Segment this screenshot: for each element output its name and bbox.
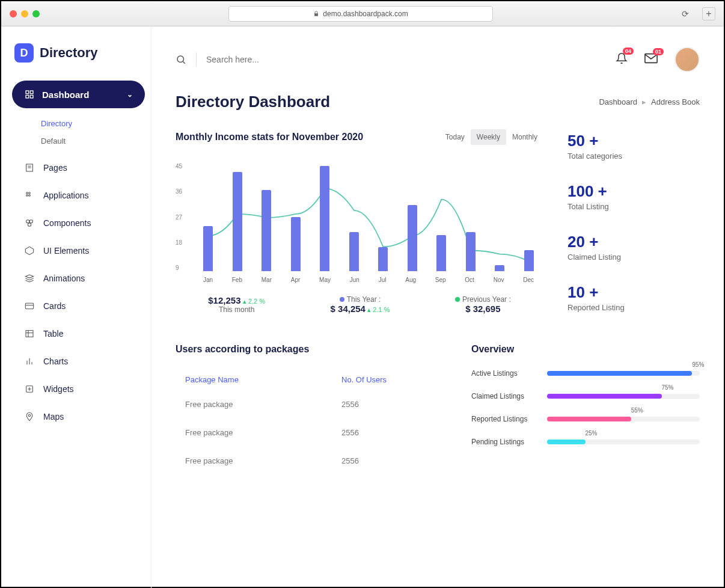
col-no-users: No. Of Users bbox=[341, 375, 426, 384]
svg-point-8 bbox=[29, 192, 31, 194]
sidebar-item-cards[interactable]: Cards bbox=[12, 292, 145, 320]
address-bar[interactable]: demo.dashboardpack.com bbox=[228, 6, 493, 22]
sidebar-submenu: Directory Default bbox=[12, 115, 145, 154]
legend-dot-prev-year bbox=[455, 297, 460, 302]
search-icon bbox=[176, 54, 186, 65]
legend-dot-this-year bbox=[340, 297, 344, 302]
x-tick: Oct bbox=[465, 277, 474, 283]
sidebar-item-label: Animations bbox=[43, 274, 85, 283]
bar-apr bbox=[291, 217, 301, 271]
stat-value: 50 + bbox=[567, 132, 700, 150]
chart-footer: $12,253 ▴ 2.2 % This month This Year : $… bbox=[176, 295, 543, 314]
svg-rect-1 bbox=[30, 91, 33, 94]
table-row[interactable]: Free package2556 bbox=[176, 390, 435, 418]
close-icon[interactable] bbox=[10, 10, 17, 17]
chart-title: Monthly Income stats for November 2020 bbox=[176, 132, 363, 142]
progress-pct: 75% bbox=[662, 384, 674, 391]
url-text: demo.dashboardpack.com bbox=[323, 10, 408, 18]
x-tick: Feb bbox=[232, 277, 242, 283]
x-tick: Jul bbox=[379, 277, 387, 283]
overview-label: Active Listings bbox=[471, 369, 537, 378]
crumb-dashboard[interactable]: Dashboard bbox=[599, 97, 637, 106]
notifications-button[interactable]: 04 bbox=[616, 52, 628, 67]
search-input[interactable] bbox=[206, 55, 326, 64]
sidebar-item-pages[interactable]: Pages bbox=[12, 154, 145, 182]
cell-users: 2556 bbox=[341, 428, 426, 437]
sidebar-item-animations[interactable]: Animations bbox=[12, 265, 145, 292]
svg-line-28 bbox=[183, 61, 185, 63]
animations-icon bbox=[24, 273, 35, 284]
x-tick: Aug bbox=[405, 277, 416, 283]
range-tab-weekly[interactable]: Weekly bbox=[471, 129, 506, 145]
range-tab-monthly[interactable]: Monthly bbox=[506, 129, 543, 145]
table-row[interactable]: Free package2556 bbox=[176, 418, 435, 447]
sidebar-item-widgets[interactable]: Widgets bbox=[12, 375, 145, 403]
stat-this-year-value: $ 34,254 bbox=[331, 304, 366, 314]
table-row[interactable]: Free package2556 bbox=[176, 447, 435, 475]
chevron-down-icon: ⌄ bbox=[127, 90, 133, 99]
stat-label: Claimed Listing bbox=[567, 253, 700, 262]
x-tick: Dec bbox=[523, 277, 534, 283]
legend-prev-year: Previous Year : bbox=[462, 295, 511, 304]
reload-icon[interactable]: ⟳ bbox=[682, 9, 696, 19]
sidebar-item-label: Pages bbox=[43, 163, 67, 173]
minimize-icon[interactable] bbox=[21, 10, 28, 17]
crumb-address-book[interactable]: Address Book bbox=[651, 97, 700, 106]
overview-card: Overview Active Listings95%Claimed Listi… bbox=[471, 344, 700, 475]
stat-total-categories: 50 +Total categories bbox=[567, 132, 700, 161]
overview-row-pending-listings: Pending Listings25% bbox=[471, 438, 700, 446]
sidebar-item-charts[interactable]: Charts bbox=[12, 348, 145, 375]
sidebar-item-table[interactable]: Table bbox=[12, 320, 145, 348]
sidebar-item-dashboard[interactable]: Dashboard ⌄ bbox=[12, 81, 145, 108]
income-chart-card: Monthly Income stats for November 2020 T… bbox=[176, 129, 543, 314]
svg-point-12 bbox=[29, 220, 32, 223]
sidebar-item-maps[interactable]: Maps bbox=[12, 403, 145, 430]
sidebar-item-ui-elements[interactable]: UI Elements bbox=[12, 237, 145, 265]
brand-logo-icon: D bbox=[14, 43, 34, 63]
maximize-icon[interactable] bbox=[32, 10, 40, 17]
sidebar-subitem-default[interactable]: Default bbox=[41, 136, 145, 145]
stat-claimed-listing: 20 +Claimed Listing bbox=[567, 233, 700, 262]
svg-marker-14 bbox=[25, 247, 33, 254]
avatar[interactable] bbox=[675, 47, 700, 72]
svg-point-9 bbox=[26, 195, 28, 197]
components-icon bbox=[24, 218, 35, 228]
sidebar-subitem-directory[interactable]: Directory bbox=[41, 119, 145, 128]
stat-label: Total Listing bbox=[567, 202, 700, 211]
divider bbox=[196, 52, 197, 67]
bar-jan bbox=[203, 226, 213, 271]
summary-stats: 50 +Total categories100 +Total Listing20… bbox=[567, 129, 700, 314]
cards-icon bbox=[24, 301, 35, 311]
x-tick: Jun bbox=[350, 277, 359, 283]
page-title: Directory Dashboard bbox=[176, 93, 330, 111]
chart-y-axis: 453627189 bbox=[176, 163, 182, 271]
stat-reported-listing: 10 +Reported Listing bbox=[567, 283, 700, 312]
brand-row[interactable]: D Directory bbox=[12, 38, 145, 81]
stat-value: 10 + bbox=[567, 283, 700, 302]
sidebar-item-components[interactable]: Components bbox=[12, 209, 145, 237]
sidebar-item-applications[interactable]: Applications bbox=[12, 182, 145, 209]
table-header: Package Name No. Of Users bbox=[176, 369, 435, 390]
search-box[interactable] bbox=[176, 52, 326, 67]
cell-package: Free package bbox=[185, 456, 341, 465]
browser-window: demo.dashboardpack.com ⟳ + D Directory D… bbox=[0, 0, 725, 588]
x-tick: Nov bbox=[494, 277, 504, 283]
sidebar-item-label: Cards bbox=[43, 301, 66, 311]
table-icon bbox=[24, 328, 35, 339]
stat-month-label: This month bbox=[208, 305, 265, 314]
main-content: 04 01 Directory Dashboard Dashboard ▸ Ad… bbox=[151, 26, 724, 588]
new-tab-button[interactable]: + bbox=[702, 7, 715, 20]
cell-package: Free package bbox=[185, 428, 341, 437]
overview-row-active-listings: Active Listings95% bbox=[471, 369, 700, 378]
legend-this-year: This Year : bbox=[347, 295, 381, 304]
chart-range-tabs: TodayWeeklyMonthly bbox=[439, 129, 543, 145]
range-tab-today[interactable]: Today bbox=[439, 129, 471, 145]
bar-mar bbox=[262, 190, 271, 271]
messages-button[interactable]: 01 bbox=[644, 53, 658, 66]
cell-users: 2556 bbox=[341, 456, 426, 465]
cell-package: Free package bbox=[185, 400, 341, 409]
x-tick: Mar bbox=[262, 277, 272, 283]
bar-feb bbox=[233, 172, 242, 271]
bell-badge: 04 bbox=[623, 47, 634, 55]
bar-nov bbox=[495, 265, 504, 271]
